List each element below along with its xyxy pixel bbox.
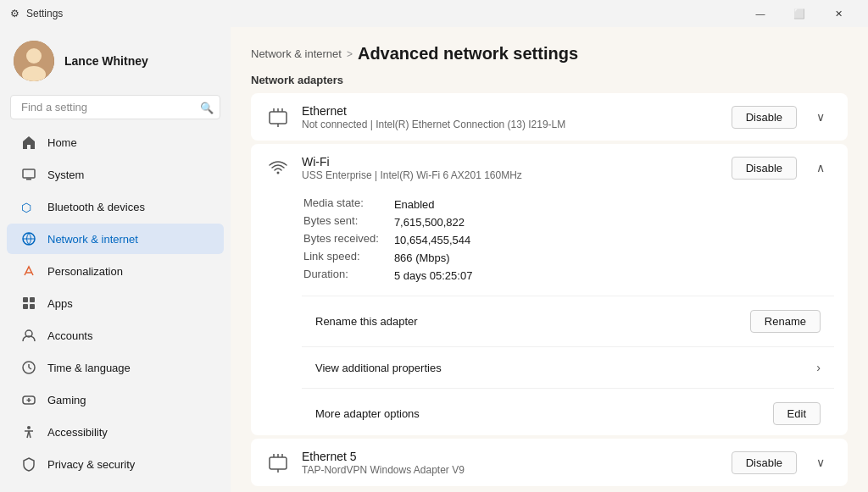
rename-label: Rename this adapter	[315, 315, 740, 328]
title-bar: ⚙ Settings — ⬜ ✕	[0, 0, 868, 27]
system-icon	[20, 166, 37, 183]
user-name: Lance Whitney	[64, 54, 148, 68]
svg-rect-9	[23, 297, 28, 302]
ethernet-info: Ethernet Not connected | Intel(R) Ethern…	[302, 104, 721, 130]
svg-rect-10	[30, 297, 35, 302]
minimize-button[interactable]: —	[741, 0, 780, 27]
svg-rect-27	[270, 457, 287, 469]
sidebar-item-accessibility[interactable]: Accessibility	[7, 417, 224, 447]
sidebar-item-time[interactable]: Time & language	[7, 352, 224, 383]
sidebar-item-gaming[interactable]: Gaming	[7, 384, 224, 415]
wifi-info: Wi-Fi USS Enterprise | Intel(R) Wi-Fi 6 …	[302, 155, 721, 181]
sidebar-item-privacy[interactable]: Privacy & security	[7, 449, 224, 479]
accounts-icon	[20, 327, 37, 344]
ethernet-adapter-row: Ethernet Not connected | Intel(R) Ethern…	[251, 93, 848, 141]
breadcrumb-current: Advanced network settings	[358, 44, 578, 64]
home-icon	[20, 134, 37, 151]
ethernet-disable-button[interactable]: Disable	[732, 106, 797, 129]
sidebar: Lance Whitney 🔍 Home System ⬡ Bluetooth …	[0, 27, 231, 492]
app-title: Settings	[26, 8, 63, 19]
svg-line-16	[29, 368, 31, 369]
close-button[interactable]: ✕	[819, 0, 858, 27]
sidebar-item-apps[interactable]: Apps	[7, 288, 224, 318]
wifi-icon	[264, 154, 292, 181]
rename-button[interactable]: Rename	[750, 310, 821, 333]
bytes-received-row: Bytes received: 10,654,455,544	[303, 232, 472, 248]
link-speed-row: Link speed: 866 (Mbps)	[303, 250, 472, 266]
sidebar-item-accounts[interactable]: Accounts	[7, 320, 224, 351]
wifi-collapse-button[interactable]: ∧	[807, 154, 834, 181]
accessibility-icon	[20, 423, 37, 440]
wifi-adapter-card: Wi-Fi USS Enterprise | Intel(R) Wi-Fi 6 …	[251, 144, 848, 435]
edit-button[interactable]: Edit	[773, 402, 821, 425]
breadcrumb-separator: >	[347, 48, 353, 60]
svg-point-1	[26, 48, 42, 64]
svg-rect-3	[23, 169, 35, 178]
sidebar-item-home[interactable]: Home	[7, 127, 224, 158]
main-content: Network & internet > Advanced network se…	[231, 27, 868, 492]
nav-label-home: Home	[47, 136, 77, 149]
duration-label: Duration:	[303, 268, 392, 284]
network-icon	[20, 230, 37, 247]
ethernet5-disable-button[interactable]: Disable	[732, 451, 797, 474]
ethernet5-adapter-card: Ethernet 5 TAP-NordVPN Windows Adapter V…	[251, 439, 848, 486]
adapters-list: Ethernet Not connected | Intel(R) Ethern…	[251, 93, 848, 488]
bytes-sent-value: 7,615,500,822	[394, 214, 473, 230]
duration-row: Duration: 5 days 05:25:07	[303, 268, 472, 284]
ethernet5-info: Ethernet 5 TAP-NordVPN Windows Adapter V…	[302, 450, 721, 476]
search-input[interactable]	[10, 95, 220, 119]
nav-label-gaming: Gaming	[47, 394, 86, 406]
ethernet5-desc: TAP-NordVPN Windows Adapter V9	[302, 464, 721, 476]
avatar-image	[14, 41, 54, 81]
privacy-icon	[20, 456, 37, 473]
divider-2	[302, 346, 834, 347]
svg-point-20	[27, 426, 31, 429]
title-bar-controls: — ⬜ ✕	[741, 0, 858, 27]
apps-icon	[20, 295, 37, 312]
ethernet-name: Ethernet	[302, 104, 721, 118]
app-body: Lance Whitney 🔍 Home System ⬡ Bluetooth …	[0, 27, 868, 492]
time-icon	[20, 359, 37, 376]
link-speed-label: Link speed:	[303, 250, 392, 266]
view-properties-row[interactable]: View additional properties ›	[302, 351, 834, 384]
view-properties-label: View additional properties	[315, 362, 806, 374]
svg-rect-12	[30, 304, 35, 309]
search-box: 🔍	[10, 95, 220, 119]
bytes-sent-label: Bytes sent:	[303, 214, 392, 230]
sidebar-item-bluetooth[interactable]: ⬡ Bluetooth & devices	[7, 191, 224, 222]
avatar	[14, 41, 54, 81]
section-title: Network adapters	[251, 74, 848, 86]
more-options-row: More adapter options Edit	[302, 392, 834, 435]
nav-label-apps: Apps	[47, 297, 73, 310]
ethernet-desc: Not connected | Intel(R) Ethernet Connec…	[302, 119, 721, 130]
svg-rect-11	[23, 304, 28, 309]
user-profile[interactable]: Lance Whitney	[0, 27, 231, 91]
wifi-name: Wi-Fi	[302, 155, 721, 169]
maximize-button[interactable]: ⬜	[780, 0, 819, 27]
chevron-right-icon: ›	[816, 361, 821, 374]
wifi-adapter-row: Wi-Fi USS Enterprise | Intel(R) Wi-Fi 6 …	[251, 144, 848, 191]
media-state-label: Media state:	[303, 196, 392, 213]
divider-1	[302, 296, 834, 296]
more-options-label: More adapter options	[315, 407, 763, 420]
svg-rect-22	[270, 112, 287, 124]
ethernet5-expand-button[interactable]: ∨	[807, 449, 834, 476]
wifi-disable-button[interactable]: Disable	[732, 157, 797, 180]
ethernet5-name: Ethernet 5	[302, 450, 721, 463]
sidebar-item-network[interactable]: Network & internet	[7, 224, 224, 254]
media-state-value: Enabled	[394, 196, 473, 213]
ethernet-expand-button[interactable]: ∨	[807, 103, 834, 130]
sidebar-item-system[interactable]: System	[7, 159, 224, 190]
settings-icon: ⚙	[10, 8, 19, 19]
wifi-desc: USS Enterprise | Intel(R) Wi-Fi 6 AX201 …	[302, 169, 721, 181]
bluetooth-icon: ⬡	[20, 198, 37, 215]
nav-label-accessibility: Accessibility	[47, 426, 108, 439]
breadcrumb: Network & internet > Advanced network se…	[251, 44, 848, 64]
nav-label-network: Network & internet	[47, 233, 138, 246]
ethernet5-icon	[264, 449, 292, 476]
avatar-svg	[14, 41, 54, 81]
ethernet5-adapter-row: Ethernet 5 TAP-NordVPN Windows Adapter V…	[251, 439, 848, 486]
sidebar-item-personalization[interactable]: Personalization	[7, 256, 224, 286]
divider-3	[302, 388, 834, 389]
nav-label-accounts: Accounts	[47, 329, 92, 342]
